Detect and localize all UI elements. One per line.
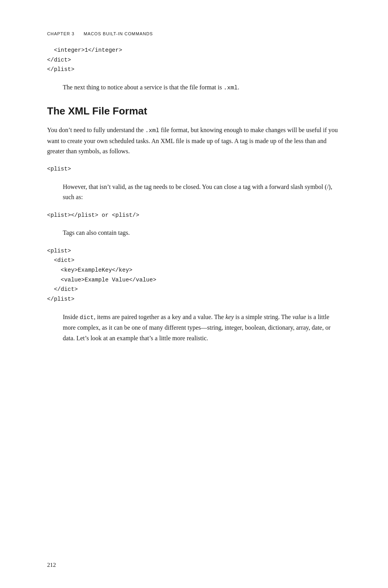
- code-plist-simple: <plist>: [47, 164, 341, 174]
- paragraph-xml-format: You don’t need to fully understand the .…: [47, 125, 341, 157]
- page-number: 212: [47, 562, 56, 568]
- paragraph-dict-items: Inside dict, items are paired together a…: [47, 312, 341, 344]
- section-heading: The XML File Format: [47, 105, 341, 117]
- intro-paragraph: The next thing to notice about a service…: [47, 82, 341, 93]
- code-block-nested: <plist> <dict> <key>ExampleKey</key> <va…: [47, 246, 341, 304]
- chapter-title: MACOS BUILT-IN COMMANDS: [84, 31, 153, 36]
- chapter-header: CHAPTER 3 MACOS BUILT-IN COMMANDS: [47, 31, 341, 36]
- code-plist-or: <plist></plist> or <plist/>: [47, 211, 341, 220]
- paragraph-close-tag: However, that isn’t valid, as the tag ne…: [47, 182, 341, 203]
- opening-code-block: <integer>1</integer> </dict> </plist>: [47, 45, 341, 74]
- page: CHAPTER 3 MACOS BUILT-IN COMMANDS <integ…: [0, 0, 388, 588]
- chapter-label: CHAPTER 3: [47, 31, 75, 36]
- paragraph-tags-contain: Tags can also contain tags.: [47, 228, 341, 238]
